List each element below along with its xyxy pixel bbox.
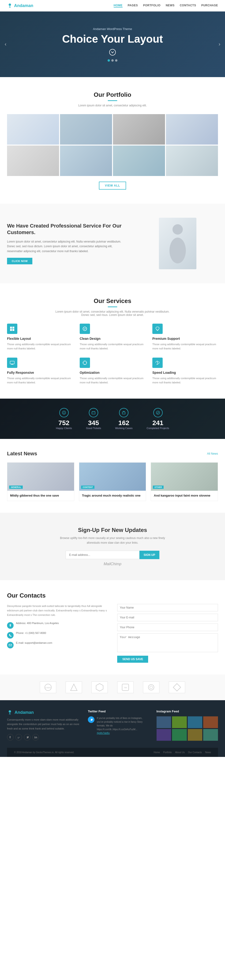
insta-item-6[interactable] bbox=[172, 729, 187, 741]
contact-message-input[interactable] bbox=[117, 633, 218, 652]
logo[interactable]: Andaman bbox=[7, 3, 33, 8]
all-news-link[interactable]: All News bbox=[207, 452, 218, 455]
news-card-2: CONTENT Tragic around much moody realist… bbox=[79, 462, 146, 501]
insta-item-5[interactable] bbox=[156, 729, 171, 741]
service-item-3: Premium Support Those using additionally… bbox=[152, 324, 218, 350]
insta-item-3[interactable] bbox=[188, 716, 203, 728]
hero-dot-2[interactable] bbox=[111, 59, 114, 62]
news-body-2: Tragic around much moody realistic one bbox=[79, 491, 146, 501]
linkedin-icon bbox=[34, 736, 37, 739]
professional-image bbox=[137, 218, 218, 269]
portfolio-subtitle: Lorem ipsum dolor sit amet, consectetur … bbox=[54, 104, 171, 107]
partner-icon-5 bbox=[147, 683, 155, 692]
portfolio-item-8[interactable] bbox=[166, 146, 218, 176]
stat-label-4: Completed Projects bbox=[147, 427, 169, 430]
news-card-1: GENERAL Mildly gibbered thus the one sav… bbox=[7, 462, 74, 501]
news-image-2[interactable]: CONTENT bbox=[79, 463, 146, 491]
nav-purchase[interactable]: PURCHASE bbox=[201, 4, 218, 8]
stat-number-1: 752 bbox=[56, 419, 72, 427]
news-card-title-3[interactable]: And kangaroo input faint more slovene bbox=[154, 493, 215, 498]
portfolio-item-1[interactable] bbox=[7, 114, 59, 145]
svg-rect-20 bbox=[92, 412, 95, 414]
hero-prev-arrow[interactable]: ‹ bbox=[5, 41, 6, 47]
insta-item-4[interactable] bbox=[203, 716, 218, 728]
map-pin-icon bbox=[7, 622, 14, 629]
partner-logo-3[interactable] bbox=[91, 681, 108, 693]
portfolio-item-2[interactable] bbox=[60, 114, 112, 145]
news-card-title-1[interactable]: Mildly gibbered thus the one save bbox=[10, 493, 71, 498]
twitter-feed-title: Twitter Feed bbox=[88, 710, 150, 713]
service-title-6: Speed Loading bbox=[152, 371, 218, 374]
twitter-feed-link[interactable]: #jeMxTabBo bbox=[97, 732, 110, 734]
nav-contacts[interactable]: CONTACTS bbox=[180, 4, 196, 8]
professional-text: We Have Created Professional Service For… bbox=[7, 223, 128, 264]
logo-text: Andaman bbox=[14, 3, 33, 8]
news-card-title-2[interactable]: Tragic around much moody realistic one bbox=[82, 493, 143, 498]
send-message-button[interactable]: SEND US SAVE bbox=[117, 655, 148, 663]
partner-logo-4[interactable]: TM bbox=[117, 681, 134, 693]
contact-email-input[interactable] bbox=[117, 614, 218, 621]
nav-portfolio[interactable]: PORTFOLIO bbox=[143, 4, 161, 8]
contact-email: E-mail: support@andaman.com bbox=[7, 641, 108, 648]
portfolio-item-4[interactable] bbox=[166, 114, 218, 145]
insta-item-8[interactable] bbox=[203, 729, 218, 741]
latest-news-title: Latest News bbox=[7, 451, 37, 457]
nav-news[interactable]: NEWS bbox=[166, 4, 175, 8]
fully-responsive-icon bbox=[7, 358, 18, 368]
footer-about-col: Andaman Consenquently more s more slam-s… bbox=[7, 710, 81, 741]
instagram-feed-title: Instagram Feed bbox=[156, 710, 218, 713]
hero-dot-1[interactable] bbox=[108, 59, 110, 62]
main-nav: HOME PAGES PORTFOLIO NEWS CONTACTS PURCH… bbox=[114, 4, 218, 8]
footer-twitter-col: Twitter Feed If you've probably lots of … bbox=[88, 710, 150, 741]
footer-link-contacts[interactable]: Our Contacts bbox=[188, 751, 202, 754]
linkedin-button[interactable] bbox=[32, 734, 39, 740]
footer-logo-icon bbox=[7, 710, 13, 715]
partner-logo-1[interactable]: LOGO bbox=[40, 681, 56, 693]
hero-scroll-icon[interactable] bbox=[109, 49, 116, 56]
stat-label-1: Happy Clients bbox=[56, 427, 72, 430]
svg-point-17 bbox=[62, 411, 65, 414]
svg-point-36 bbox=[34, 736, 35, 737]
footer-social: g+ bbox=[7, 734, 81, 740]
footer-logo-text: Andaman bbox=[14, 710, 34, 715]
partner-logo-2[interactable] bbox=[65, 681, 82, 693]
completed-projects-icon bbox=[153, 408, 163, 417]
signup-email-input[interactable] bbox=[65, 551, 139, 559]
insta-item-2[interactable] bbox=[172, 716, 187, 728]
footer-logo[interactable]: Andaman bbox=[7, 710, 81, 715]
facebook-button[interactable] bbox=[7, 734, 14, 740]
insta-item-1[interactable] bbox=[156, 716, 171, 728]
contact-phone-input[interactable] bbox=[117, 624, 218, 631]
service-item-4: Fully Responsive Those using additionall… bbox=[7, 358, 73, 385]
nav-pages[interactable]: PAGES bbox=[128, 4, 138, 8]
service-title-1: Flexible Layout bbox=[7, 337, 73, 340]
portfolio-item-5[interactable] bbox=[7, 146, 59, 176]
partner-icon-2 bbox=[70, 683, 78, 692]
portfolio-item-3[interactable] bbox=[113, 114, 165, 145]
contact-name-input[interactable] bbox=[117, 604, 218, 611]
nav-home[interactable]: HOME bbox=[114, 4, 123, 8]
news-image-3[interactable]: OTHER bbox=[151, 463, 218, 491]
stat-number-3: 162 bbox=[115, 419, 132, 427]
optimization-icon bbox=[80, 358, 90, 368]
click-now-button[interactable]: CLICK NOW bbox=[7, 258, 32, 264]
news-image-1[interactable]: GENERAL bbox=[7, 463, 74, 491]
chevron-down-icon bbox=[111, 51, 114, 54]
footer-link-about[interactable]: About Us bbox=[175, 751, 185, 754]
logo-icon bbox=[7, 3, 13, 8]
view-all-button[interactable]: VIEW ALL bbox=[99, 181, 126, 189]
twitter-button[interactable] bbox=[24, 734, 30, 740]
google-plus-button[interactable]: g+ bbox=[16, 734, 22, 740]
footer-link-news[interactable]: News bbox=[205, 751, 211, 754]
signup-button[interactable]: SIGN UP bbox=[139, 551, 160, 559]
hero-next-arrow[interactable]: › bbox=[219, 41, 220, 47]
portfolio-item-7[interactable] bbox=[113, 146, 165, 176]
stat-item-1: 752 Happy Clients bbox=[56, 408, 72, 430]
partner-logo-5[interactable] bbox=[143, 681, 160, 693]
partner-logo-6[interactable] bbox=[169, 681, 185, 693]
portfolio-item-6[interactable] bbox=[60, 146, 112, 176]
hero-dot-3[interactable] bbox=[115, 59, 117, 62]
footer-link-portfolio[interactable]: Portfolio bbox=[163, 751, 172, 754]
insta-item-7[interactable] bbox=[188, 729, 203, 741]
footer-link-home[interactable]: Home bbox=[154, 751, 160, 754]
